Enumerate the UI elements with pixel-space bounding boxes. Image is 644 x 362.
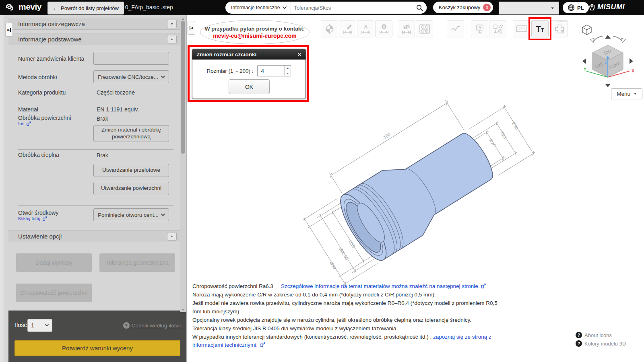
model-viewport[interactable]: 100 Ø38 Ø42.55 Ø50 Ø20 Ø23 Ø36 (193, 97, 555, 286)
model-part[interactable] (333, 120, 504, 266)
edit-dimension-tool[interactable] (339, 20, 356, 37)
number-spinner: ▲ ▼ (284, 66, 291, 76)
measure-tool[interactable]: 123 (513, 20, 530, 37)
collapse-toggle-icon[interactable]: ▲ (167, 232, 177, 241)
rotate-right-arrow[interactable] (630, 58, 633, 64)
sidebar-collapse-handle[interactable]: ◀ (188, 21, 195, 35)
scroll-up-icon[interactable]: ▲ (180, 16, 186, 21)
section-warning-title: Informacja ostrzegawcza (18, 21, 85, 27)
hole-pattern-tool[interactable] (416, 20, 433, 37)
question-icon: ? (123, 322, 130, 329)
hide-dimension-tool[interactable] (398, 20, 415, 37)
size-label: Rozmiar (1 ~ 200) : (207, 68, 254, 74)
confirm-quote-button[interactable]: Potwierdź warunki wyceny (14, 340, 180, 356)
center-hole-value: Pominięcie otworu cent... (98, 212, 159, 218)
quantity-select[interactable]: 1 (27, 319, 52, 332)
ok-button[interactable]: OK (229, 79, 270, 94)
category-value: Części toczone (97, 89, 135, 96)
surface-roughness-label: Chropowatość powierzchni (20, 290, 87, 296)
font-size-tool[interactable]: TT (531, 20, 549, 37)
font-size-dialog: Zmień rozmiar czcionki × Rozmiar (1 ~ 20… (192, 49, 306, 99)
pricing-by-quantity-link[interactable]: ? Cennik według ilości (123, 322, 181, 329)
text-dimension-tool[interactable]: A (357, 20, 374, 37)
rotate-left-arrow[interactable] (582, 58, 586, 64)
close-icon[interactable]: × (297, 51, 301, 58)
ins-link[interactable]: Ins (18, 121, 31, 126)
account-select[interactable]: ▼ (499, 2, 559, 14)
annotation-display-tool[interactable]: A (471, 20, 488, 37)
x-axis-label: X (632, 69, 634, 73)
geometric-tolerance-tool[interactable] (489, 20, 506, 37)
surface-treatment-value: Brak (97, 115, 108, 122)
surface-finish-icon (450, 23, 461, 35)
material-info-link[interactable]: Szczegółowe informacje na temat materiał… (281, 283, 480, 289)
hide-dimension-icon (401, 24, 412, 34)
spinner-up-icon[interactable]: ▲ (285, 66, 291, 71)
material-value: EN 1.1191 equiv. (97, 106, 139, 113)
scroll-down-icon[interactable]: ▼ (180, 307, 186, 312)
collapse-left-icon: ◀ (191, 26, 193, 30)
external-link-icon (27, 121, 31, 126)
heat-treatment-value: Brak (97, 152, 108, 158)
geometric-tolerance-button[interactable]: Tolerancja geometryczna (99, 253, 175, 272)
search-category-select[interactable]: Informacje techniczne (225, 2, 291, 14)
meviy-swirl-icon (5, 2, 17, 11)
language-code: PL (577, 5, 584, 11)
surface-finish-tool[interactable] (447, 20, 464, 37)
view-menu-button[interactable]: Menu ▼ (611, 88, 642, 99)
divider (18, 205, 173, 206)
center-hole-label: Otwór środkowy (18, 210, 58, 216)
sidebar-scrollbar[interactable]: ▲ ▼ (180, 16, 186, 312)
technical-notes: Chropowatość powierzchni Ra6.3 Szczegóło… (192, 282, 506, 350)
search-input[interactable] (291, 5, 412, 11)
misumi-logo: MiSUMi (589, 3, 625, 11)
surface-roughness-button[interactable]: Chropowatość powierzchni (16, 284, 92, 302)
search-button[interactable] (412, 2, 427, 14)
note-line: Jeśli model nie zawiera rowka prześwitu,… (192, 299, 506, 316)
datum-target-tool[interactable] (321, 20, 338, 37)
model-colors-link[interactable]: ? Kolory modelu 3D (576, 340, 626, 347)
delete-dimension-tool[interactable] (375, 20, 392, 37)
center-hole-select[interactable]: Pominięcie otworu cent... (93, 208, 169, 221)
rotate-up-arrow[interactable] (605, 35, 611, 39)
sidebar-footer: Ilość 1 ? Cennik według ilości Potwierdź… (8, 311, 186, 362)
cart-button[interactable]: Koszyk zakupowy 0 (433, 2, 493, 13)
isometric-view-icon[interactable] (582, 25, 591, 35)
viewcube-widget[interactable]: Top Left Front Y X Z (564, 16, 644, 90)
scrollbar-thumb[interactable] (181, 21, 185, 154)
collapse-toggle-icon[interactable]: ▲ (167, 35, 177, 43)
geometric-tolerance-label: Tolerancja geometryczna (106, 259, 169, 266)
collapse-toggle-icon[interactable]: ▼ (167, 20, 177, 28)
surface-hardening-button[interactable]: Utwardzanie powierzchni (93, 182, 169, 195)
geometric-tolerance-icon (493, 24, 503, 34)
font-size-input-wrap: ▲ ▼ (257, 65, 291, 76)
add-dimensions-button[interactable]: Dodaj wymiary (16, 253, 92, 272)
section-header-warning[interactable]: Informacja ostrzegawcza ▼ (8, 18, 180, 30)
font-size-input[interactable] (258, 66, 284, 76)
center-hole-link[interactable]: Kliknij tutaj (18, 216, 47, 221)
section-header-basic[interactable]: Informacje podstawowe ▲ (8, 33, 180, 45)
rotate-down-arrow[interactable] (605, 84, 611, 87)
confirm-quote-label: Potwierdź warunki wyceny (62, 345, 133, 352)
rotate-left-icon[interactable] (590, 36, 603, 43)
chevron-down-icon: ▼ (550, 6, 555, 10)
language-button[interactable]: PL (563, 2, 589, 13)
brand-text: MiSUMi (597, 3, 625, 11)
order-number-input[interactable] (93, 52, 169, 65)
dialog-title-bar[interactable]: Zmień rozmiar czcionki × (192, 49, 305, 60)
rotate-right-icon[interactable] (613, 36, 625, 43)
contact-email[interactable]: meviy-eu@misumi-europe.com (213, 33, 296, 39)
method-select[interactable]: Frezowanie CNC/tocze... (93, 70, 169, 83)
panel-expand-handle[interactable]: ▶ (5, 23, 13, 37)
change-material-button[interactable]: Zmień materiał i obróbkę powierzchniową (93, 125, 169, 142)
back-to-projects-button[interactable]: ← Powrót do listy projektów (47, 2, 124, 14)
note-roughness: Chropowatość powierzchni Ra6.3 (192, 283, 273, 289)
spinner-down-icon[interactable]: ▼ (285, 71, 291, 76)
section-header-options[interactable]: Ustawienie opcji ▲ (8, 230, 180, 242)
meviy-logo[interactable]: meviy (5, 2, 41, 12)
through-hardening-button[interactable]: Utwardzanie przelotowe (93, 164, 169, 177)
back-button-label: Powrót do listy projektów (61, 5, 119, 11)
back-arrow-icon: ← (53, 5, 58, 11)
hole-pattern-icon (419, 23, 430, 35)
about-icons-link[interactable]: ? About icons (576, 332, 612, 338)
